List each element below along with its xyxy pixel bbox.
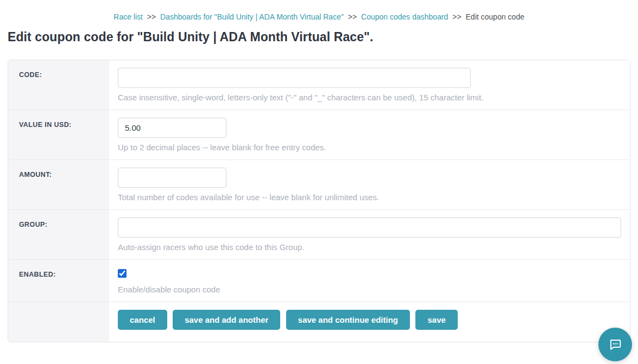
enabled-label: ENABLED: bbox=[8, 260, 109, 302]
breadcrumb-link-race-list[interactable]: Race list bbox=[113, 12, 143, 21]
group-help-text: Auto-assign racers who use this code to … bbox=[118, 242, 621, 252]
buttons-row-label-spacer bbox=[8, 302, 109, 342]
chat-widget-button[interactable] bbox=[598, 328, 632, 361]
value-in-usd-input[interactable] bbox=[118, 118, 226, 138]
page-title: Edit coupon code for "Build Unity | ADA … bbox=[8, 30, 638, 44]
save-and-continue-editing-button[interactable]: save and continue editing bbox=[286, 310, 410, 330]
breadcrumb: Race list >> Dashboards for "Build Unity… bbox=[0, 0, 638, 21]
breadcrumb-separator: >> bbox=[346, 12, 359, 21]
form-row-buttons: cancel save and add another save and con… bbox=[8, 302, 630, 342]
code-label: CODE: bbox=[8, 60, 109, 110]
form-row-enabled: ENABLED: Enable/disable coupon code bbox=[8, 259, 630, 302]
breadcrumb-link-coupon-codes-dashboard[interactable]: Coupon codes dashboard bbox=[361, 12, 448, 21]
breadcrumb-link-dashboards[interactable]: Dashboards for "Build Unity | ADA Month … bbox=[160, 12, 344, 21]
cancel-button[interactable]: cancel bbox=[118, 310, 167, 330]
value-in-usd-label: VALUE IN USD: bbox=[8, 110, 109, 159]
code-help-text: Case insensitive, single-word, letters-o… bbox=[118, 93, 621, 102]
group-label: GROUP: bbox=[8, 210, 109, 259]
form-row-group: GROUP: Auto-assign racers who use this c… bbox=[8, 209, 630, 259]
enabled-help-text: Enable/disable coupon code bbox=[118, 285, 621, 294]
save-and-add-another-button[interactable]: save and add another bbox=[173, 310, 280, 330]
amount-input[interactable] bbox=[118, 168, 226, 188]
breadcrumb-separator: >> bbox=[450, 12, 463, 21]
form-row-amount: AMOUNT: Total number of codes available … bbox=[8, 159, 630, 209]
save-button[interactable]: save bbox=[415, 310, 457, 330]
breadcrumb-separator: >> bbox=[145, 12, 158, 21]
form-row-code: CODE: Case insensitive, single-word, let… bbox=[8, 60, 630, 110]
form-row-value-in-usd: VALUE IN USD: Up to 2 decimal places -- … bbox=[8, 110, 630, 159]
edit-coupon-form: CODE: Case insensitive, single-word, let… bbox=[8, 60, 630, 342]
group-input[interactable] bbox=[118, 218, 621, 238]
enabled-checkbox[interactable] bbox=[118, 269, 127, 278]
breadcrumb-current: Edit coupon code bbox=[466, 12, 525, 21]
code-input[interactable] bbox=[118, 68, 471, 88]
amount-help-text: Total number of codes available for use … bbox=[118, 193, 621, 202]
value-in-usd-help-text: Up to 2 decimal places -- leave blank fo… bbox=[118, 143, 621, 152]
chat-bubble-icon bbox=[608, 337, 623, 352]
amount-label: AMOUNT: bbox=[8, 160, 109, 209]
